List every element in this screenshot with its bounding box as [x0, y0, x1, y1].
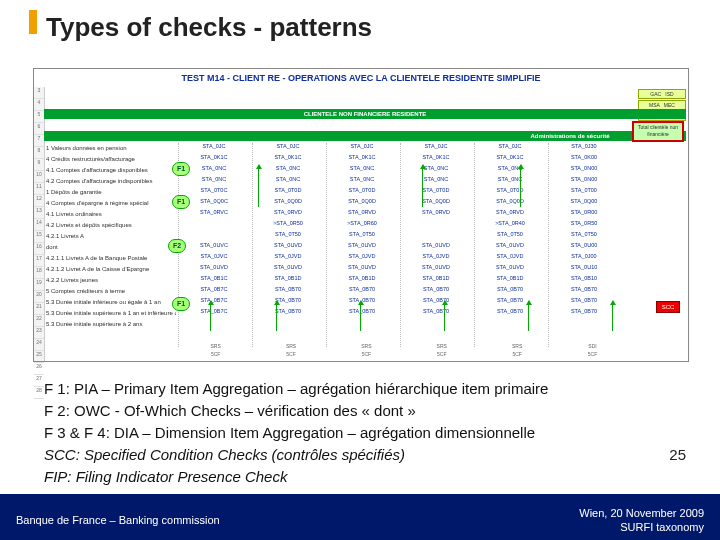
note-line: FIP: Filing Indicator Presence Check — [44, 466, 684, 488]
data-cell: STA_0JC — [184, 143, 244, 154]
footer-cell: 5CF — [479, 351, 554, 357]
data-cell: STA_0B7C — [184, 286, 244, 297]
data-cell: STA_0B70 — [554, 308, 614, 319]
data-cell: STA_0T00 — [554, 187, 614, 198]
page-number: 25 — [669, 446, 686, 463]
data-cell: STA_0UVD — [406, 264, 466, 275]
sheet-doc-title: TEST M14 - CLIENT RE - OPERATIONS AVEC L… — [34, 73, 688, 83]
data-cell: STA_0T0D — [480, 187, 540, 198]
row-labels: 1 Valeurs données en pension4 Crédits re… — [46, 143, 176, 330]
data-cell: STA_0B70 — [406, 308, 466, 319]
row-label: 5.3 Durée initiale supérieure à 1 an et … — [46, 308, 176, 319]
note-line: F 3 & F 4: DIA – Dimension Item Aggregat… — [44, 422, 684, 444]
f-badge: F2 — [168, 239, 186, 253]
data-cell: STA_0RVD — [332, 209, 392, 220]
data-cell: STA_0JVC — [184, 253, 244, 264]
data-cell: STA_0B70 — [258, 308, 318, 319]
data-cell: STA_0UVD — [480, 264, 540, 275]
data-cell: STA_0T50 — [332, 231, 392, 242]
data-cell: STA_0B70 — [554, 297, 614, 308]
footer-date: Wien, 20 November 2009 — [579, 507, 704, 519]
up-arrow-icon — [612, 301, 613, 331]
data-cell: STA_0NC — [406, 176, 466, 187]
data-cell: STA_0B70 — [332, 308, 392, 319]
total-label: Total clientèle non financière — [638, 124, 678, 137]
row-label: 4.2.2 Livrets jeunes — [46, 275, 176, 286]
data-cell: STA_0B10 — [554, 275, 614, 286]
data-cell: STA_0UVD — [184, 264, 244, 275]
data-cell: STA_0K00 — [554, 154, 614, 165]
data-cell: STA_0T50 — [554, 231, 614, 242]
footer-cell: 5CF — [555, 351, 630, 357]
up-arrow-icon — [520, 165, 521, 207]
data-cell: STA_0T0D — [258, 187, 318, 198]
data-cell: STA_0UVD — [332, 264, 392, 275]
row-label: 4.2.1 Livrets A — [46, 231, 176, 242]
footer-cell: SRS — [329, 343, 404, 349]
data-cell: STA_0K1C — [332, 154, 392, 165]
data-cell: STA_0U10 — [554, 264, 614, 275]
data-cell: STA_0Q0D — [406, 198, 466, 209]
data-cell: STA_0RVD — [258, 209, 318, 220]
up-arrow-icon — [444, 301, 445, 331]
row-label: 4 Comptes d'épargne à régime spécial — [46, 198, 176, 209]
data-cell: STA_0NC — [184, 165, 244, 176]
up-arrow-icon — [276, 301, 277, 331]
up-arrow-icon — [258, 165, 259, 207]
data-cell: STA_0NC — [406, 165, 466, 176]
row-label: 5.3 Durée initiale inférieure ou égale à… — [46, 297, 176, 308]
data-cell: >STA_0R50 — [258, 220, 318, 231]
data-cell: STA_0JC — [332, 143, 392, 154]
footer-cell: SRS — [253, 343, 328, 349]
up-arrow-icon — [422, 165, 423, 207]
data-cell: STA_0B70 — [258, 297, 318, 308]
slide-footer: Banque de France – Banking commission Wi… — [0, 494, 720, 540]
spreadsheet-figure: TEST M14 - CLIENT RE - OPERATIONS AVEC L… — [33, 68, 689, 362]
notes-block: F 1: PIA – Primary Item Aggregation – ag… — [44, 378, 684, 488]
data-cell: STA_0Q0D — [258, 198, 318, 209]
data-cell: STA_0B1C — [184, 275, 244, 286]
data-cell: STA_0NC — [480, 165, 540, 176]
data-cell: STA_0K1C — [480, 154, 540, 165]
badge: MEC — [664, 102, 675, 108]
data-cell: STA_0UVD — [480, 242, 540, 253]
data-cell: STA_0B70 — [406, 297, 466, 308]
data-cell: STA_0RVC — [184, 209, 244, 220]
badge: ISD — [665, 91, 673, 97]
row-label: 5 Comptes créditeurs à terme — [46, 286, 176, 297]
data-cell: STA_0B1D — [406, 275, 466, 286]
data-cell: STA_0JVD — [332, 253, 392, 264]
f-badge: F1 — [172, 297, 190, 311]
data-cell: STA_0T0C — [184, 187, 244, 198]
data-cell: STA_0T0D — [406, 187, 466, 198]
data-cell: STA_0RVD — [480, 209, 540, 220]
footer-left: Banque de France – Banking commission — [16, 514, 220, 526]
data-cell: STA_0Q0D — [480, 198, 540, 209]
data-cell: STA_0B1D — [258, 275, 318, 286]
f-badge: F1 — [172, 162, 190, 176]
data-cell: STA_0NC — [480, 176, 540, 187]
row-label: 4.2 Comptes d'affacturage indisponibles — [46, 176, 176, 187]
scc-badge: SCC — [656, 301, 680, 313]
footer-cell: SRS — [404, 343, 479, 349]
data-cell: STA_0JVD — [406, 253, 466, 264]
total-clientele-box: Total clientèle non financière — [632, 121, 684, 142]
badge: GAC — [650, 91, 661, 97]
footer-subtitle: SURFI taxonomy — [620, 521, 704, 533]
data-cell: STA_0K1C — [258, 154, 318, 165]
data-cell: STA_0K1C — [184, 154, 244, 165]
data-cell: >STA_0R60 — [332, 220, 392, 231]
data-cell: STA_0B70 — [406, 286, 466, 297]
row-label: 1 Dépôts de garantie — [46, 187, 176, 198]
data-cell: STA_0K1C — [406, 154, 466, 165]
row-label: 4 Crédits restructurés/affacturage — [46, 154, 176, 165]
footer-row-1: SRSSRSSRSSRSSRSSDI — [178, 343, 632, 351]
data-cell: STA_0JVD — [258, 253, 318, 264]
data-cell: STA_0J00 — [554, 253, 614, 264]
data-cell: STA_0JC — [480, 143, 540, 154]
header-bar-1: CLIENTELE NON FINANCIERE RESIDENTE — [44, 109, 686, 119]
data-cell: STA_0NC — [332, 176, 392, 187]
row-header-gutter: 3456789101112131415161718192021222324252… — [34, 87, 45, 361]
footer-cell: 5CF — [404, 351, 479, 357]
footer-cell: SRS — [479, 343, 554, 349]
